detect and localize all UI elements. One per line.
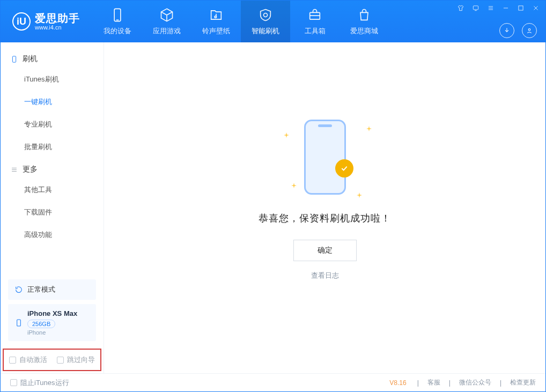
logo-area: iU 爱思助手 www.i4.cn	[1, 1, 90, 42]
success-message: 恭喜您，保资料刷机成功啦！	[259, 212, 391, 225]
checkbox-label: 跳过向导	[67, 355, 95, 365]
checkbox-block-itunes[interactable]: 阻止iTunes运行	[10, 378, 69, 388]
sidebar-flash-list: iTunes刷机 一键刷机 专业刷机 批量刷机	[1, 68, 104, 158]
toolbox-icon	[307, 7, 323, 23]
window-controls	[456, 4, 540, 12]
checkbox-icon	[10, 379, 17, 386]
link-wechat[interactable]: 微信公众号	[459, 378, 491, 387]
group-title: 刷机	[23, 54, 38, 64]
nav-label: 智能刷机	[252, 26, 279, 36]
nav-toolbox[interactable]: 工具箱	[290, 1, 340, 42]
checkbox-label: 自动激活	[19, 355, 47, 365]
cube-icon	[159, 7, 175, 23]
titlebar: iU 爱思助手 www.i4.cn 我的设备 应用游戏 铃声壁纸 智能刷机	[1, 1, 545, 42]
refresh-icon	[14, 285, 23, 294]
nav-label: 铃声壁纸	[202, 26, 230, 36]
sparkle-icon	[366, 124, 370, 127]
separator: |	[500, 379, 501, 387]
feedback-icon[interactable]	[471, 4, 480, 12]
svg-point-13	[528, 29, 530, 31]
maximize-icon[interactable]	[517, 4, 525, 12]
svg-point-2	[215, 16, 217, 18]
minimize-icon[interactable]	[501, 4, 510, 12]
main-nav: 我的设备 应用游戏 铃声壁纸 智能刷机 工具箱 爱思商城	[93, 1, 389, 42]
sidebar-group-flash: 刷机	[1, 48, 104, 68]
account-button[interactable]	[522, 23, 537, 38]
device-type: iPhone	[27, 329, 77, 336]
sidebar-item-other-tools[interactable]: 其他工具	[24, 179, 104, 201]
phone-outline-icon	[14, 319, 23, 327]
version-label: V8.16	[389, 379, 406, 387]
checkbox-auto-activate[interactable]: 自动激活	[9, 355, 47, 365]
checkbox-label: 阻止iTunes运行	[20, 378, 69, 388]
nav-flash[interactable]: 智能刷机	[241, 1, 290, 42]
svg-rect-5	[473, 6, 478, 10]
download-button[interactable]	[499, 23, 514, 38]
sidebar-scroll: 刷机 iTunes刷机 一键刷机 专业刷机 批量刷机 更多 其他工具 下载固件 …	[1, 42, 104, 274]
shield-refresh-icon	[257, 7, 274, 23]
list-icon	[10, 166, 18, 174]
sidebar-item-pro-flash[interactable]: 专业刷机	[24, 113, 104, 136]
phone-illustration-icon	[304, 120, 346, 195]
device-mode-card[interactable]: 正常模式	[8, 279, 96, 300]
device-icon	[109, 7, 126, 23]
body: 刷机 iTunes刷机 一键刷机 专业刷机 批量刷机 更多 其他工具 下载固件 …	[1, 42, 545, 373]
svg-rect-18	[17, 320, 21, 326]
sparkle-icon	[284, 130, 287, 134]
svg-rect-0	[114, 9, 121, 21]
nav-ringtone[interactable]: 铃声壁纸	[191, 1, 241, 42]
success-illustration	[274, 114, 376, 200]
sidebar-item-download-fw[interactable]: 下载固件	[24, 201, 104, 224]
link-support[interactable]: 客服	[427, 378, 440, 387]
sidebar-item-itunes-flash[interactable]: iTunes刷机	[24, 68, 104, 91]
group-title: 更多	[23, 165, 38, 174]
check-badge-icon	[335, 159, 353, 177]
sidebar-item-oneclick-flash[interactable]: 一键刷机	[24, 91, 104, 113]
device-name: iPhone XS Max	[27, 309, 77, 317]
close-icon[interactable]	[532, 4, 540, 12]
phone-icon	[10, 55, 18, 63]
app-window: iU 爱思助手 www.i4.cn 我的设备 应用游戏 铃声壁纸 智能刷机	[0, 0, 546, 392]
status-left: 阻止iTunes运行	[10, 378, 69, 388]
options-highlight-box: 自动激活 跳过向导	[3, 349, 101, 371]
app-title: 爱思助手	[35, 12, 80, 24]
logo-text: 爱思助手 www.i4.cn	[35, 12, 80, 31]
content-area: 恭喜您，保资料刷机成功啦！ 确定 查看日志	[104, 42, 545, 373]
device-info-card[interactable]: iPhone XS Max 256GB iPhone	[8, 304, 96, 341]
nav-my-device[interactable]: 我的设备	[93, 1, 142, 42]
nav-label: 爱思商城	[350, 26, 378, 36]
nav-store[interactable]: 爱思商城	[340, 1, 389, 42]
device-mode-label: 正常模式	[27, 285, 55, 294]
sidebar-item-advanced[interactable]: 高级功能	[24, 224, 104, 246]
separator: |	[417, 379, 419, 387]
nav-apps[interactable]: 应用游戏	[142, 1, 191, 42]
nav-label: 我的设备	[104, 26, 131, 36]
device-info-text: iPhone XS Max 256GB iPhone	[27, 309, 77, 336]
statusbar: 阻止iTunes运行 V8.16 | 客服 | 微信公众号 | 检查更新	[1, 373, 545, 391]
link-check-update[interactable]: 检查更新	[510, 378, 536, 387]
svg-rect-14	[12, 56, 16, 62]
svg-rect-10	[519, 6, 523, 10]
checkbox-skip-wizard[interactable]: 跳过向导	[57, 355, 95, 365]
header-actions	[499, 23, 537, 38]
bag-icon	[356, 7, 372, 23]
nav-label: 工具箱	[305, 26, 326, 36]
menu-icon[interactable]	[486, 4, 495, 12]
status-links: | 客服 | 微信公众号 | 检查更新	[417, 378, 536, 387]
sidebar: 刷机 iTunes刷机 一键刷机 专业刷机 批量刷机 更多 其他工具 下载固件 …	[1, 42, 104, 373]
sidebar-group-more: 更多	[1, 158, 104, 179]
music-folder-icon	[208, 7, 224, 23]
sparkle-icon	[357, 190, 360, 194]
device-storage: 256GB	[27, 320, 55, 328]
checkbox-icon	[57, 357, 64, 364]
device-block: 正常模式 iPhone XS Max 256GB iPhone	[1, 274, 104, 349]
view-log-link[interactable]: 查看日志	[311, 271, 339, 280]
logo-icon: iU	[12, 12, 31, 31]
success-panel: 恭喜您，保资料刷机成功啦！ 确定 查看日志	[259, 114, 391, 280]
ok-button[interactable]: 确定	[293, 240, 357, 261]
skin-icon[interactable]	[456, 4, 465, 12]
sidebar-more-list: 其他工具 下载固件 高级功能	[1, 179, 104, 246]
sidebar-item-batch-flash[interactable]: 批量刷机	[24, 136, 104, 158]
app-subtitle: www.i4.cn	[35, 24, 80, 31]
nav-label: 应用游戏	[153, 26, 181, 36]
